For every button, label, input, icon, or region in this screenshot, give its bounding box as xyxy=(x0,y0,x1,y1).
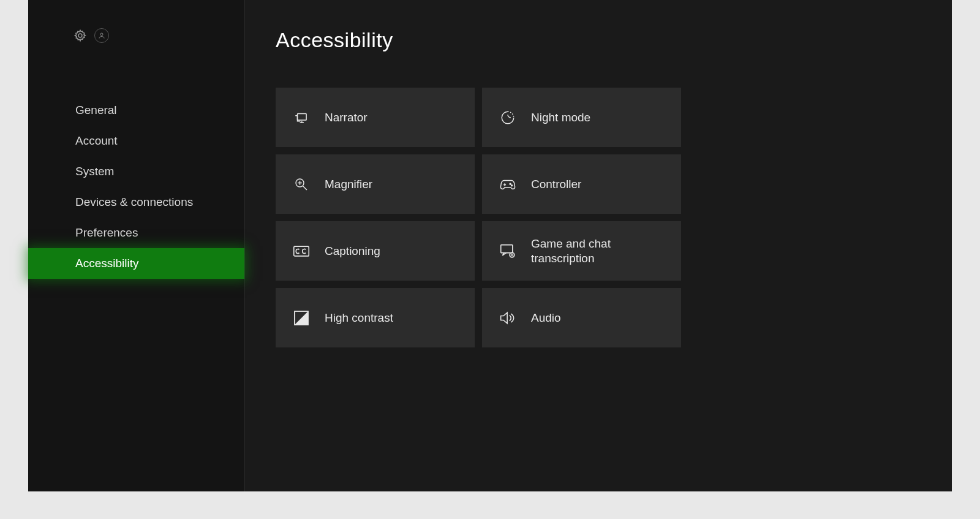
sidebar-item-label: System xyxy=(75,165,114,178)
svg-point-5 xyxy=(511,184,513,186)
settings-window: General Account System Devices & connect… xyxy=(28,0,952,491)
high-contrast-icon xyxy=(293,309,310,327)
sidebar-item-preferences[interactable]: Preferences xyxy=(28,218,244,248)
svg-point-1 xyxy=(100,33,103,36)
tile-label: Night mode xyxy=(531,110,590,125)
tile-label: High contrast xyxy=(325,311,393,325)
tile-night-mode[interactable]: Night mode xyxy=(482,88,681,147)
controller-icon xyxy=(499,176,516,193)
tile-audio[interactable]: Audio xyxy=(482,288,681,347)
main-content: Accessibility Narrator xyxy=(245,0,952,491)
sidebar-header xyxy=(28,0,244,70)
tile-label: Game and chat transcription xyxy=(531,237,660,266)
sidebar-nav: General Account System Devices & connect… xyxy=(28,70,244,279)
tile-label: Audio xyxy=(531,311,561,325)
gear-icon[interactable] xyxy=(74,29,87,42)
sidebar-item-label: Accessibility xyxy=(75,257,138,270)
avatar[interactable] xyxy=(94,28,109,43)
tile-grid: Narrator Night mode xyxy=(276,88,921,347)
svg-rect-7 xyxy=(501,244,513,252)
sidebar-item-accessibility[interactable]: Accessibility xyxy=(28,248,244,279)
tile-label: Controller xyxy=(531,177,581,192)
svg-rect-2 xyxy=(298,113,307,120)
sidebar-item-account[interactable]: Account xyxy=(28,126,244,156)
tile-controller[interactable]: Controller xyxy=(482,154,681,214)
night-mode-icon xyxy=(499,109,516,126)
sidebar-item-label: General xyxy=(75,104,117,117)
sidebar-item-system[interactable]: System xyxy=(28,156,244,187)
tile-label: Magnifier xyxy=(325,177,372,192)
sidebar-item-label: Preferences xyxy=(75,226,138,240)
tile-captioning[interactable]: Captioning xyxy=(276,221,475,281)
narrator-icon xyxy=(293,109,310,126)
sidebar-item-general[interactable]: General xyxy=(28,95,244,126)
tile-magnifier[interactable]: Magnifier xyxy=(276,154,475,214)
sidebar-item-label: Account xyxy=(75,134,118,148)
tile-transcription[interactable]: Game and chat transcription xyxy=(482,221,681,281)
transcription-icon xyxy=(499,243,516,260)
page-title: Accessibility xyxy=(276,28,921,52)
magnifier-icon xyxy=(293,176,310,193)
sidebar-item-label: Devices & connections xyxy=(75,195,193,209)
tile-label: Captioning xyxy=(325,244,380,259)
tile-high-contrast[interactable]: High contrast xyxy=(276,288,475,347)
tile-narrator[interactable]: Narrator xyxy=(276,88,475,147)
sidebar: General Account System Devices & connect… xyxy=(28,0,245,491)
tile-label: Narrator xyxy=(325,110,368,125)
audio-icon xyxy=(499,309,516,327)
svg-point-4 xyxy=(510,183,511,184)
svg-point-0 xyxy=(78,34,82,37)
captioning-icon xyxy=(293,243,310,260)
sidebar-item-devices[interactable]: Devices & connections xyxy=(28,187,244,218)
